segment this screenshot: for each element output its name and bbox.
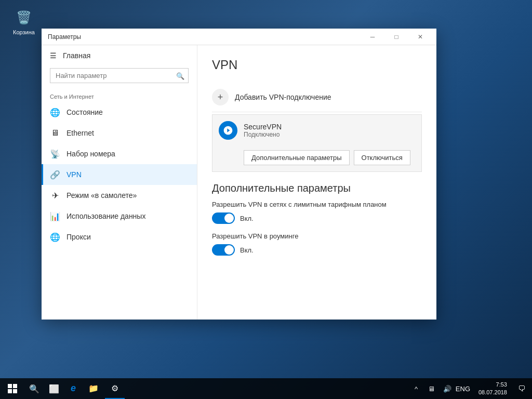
metered-setting-label: Разрешить VPN в сетях с лимитным тарифны… — [212, 201, 422, 208]
sidebar-item-airplane[interactable]: ✈ Режим «в самолете» — [42, 185, 197, 206]
recycle-bin-label: Корзина — [13, 29, 35, 35]
network-icon: 🖥 — [428, 385, 435, 393]
system-tray: ^ 🖥 🔊 ENG — [405, 378, 474, 399]
disconnect-button[interactable]: Отключиться — [354, 150, 410, 165]
chevron-up-icon: ^ — [415, 385, 418, 393]
status-icon: 🌐 — [50, 107, 60, 117]
tray-network-icon[interactable]: 🖥 — [424, 378, 439, 399]
window-body: ☰ Главная 🔍 Сеть и Интернет 🌐 Состояние … — [42, 45, 436, 320]
sidebar-section-title: Сеть и Интернет — [42, 89, 197, 102]
add-vpn-button[interactable]: + Добавить VPN-подключение — [212, 83, 422, 112]
search-icon: 🔍 — [176, 72, 184, 79]
advanced-settings-button[interactable]: Дополнительные параметры — [244, 150, 350, 165]
tray-volume-icon[interactable]: 🔊 — [440, 378, 455, 399]
maximize-button[interactable]: □ — [384, 29, 408, 45]
data-usage-icon: 📊 — [50, 211, 60, 221]
sidebar-item-proxy[interactable]: 🌐 Прокси — [42, 227, 197, 247]
vpn-connection-info: SecureVPN Подключено — [244, 123, 282, 138]
task-view-button[interactable]: ⬜ — [44, 378, 64, 399]
sidebar-item-data-label: Использование данных — [66, 212, 145, 220]
vpn-status: Подключено — [244, 131, 282, 138]
taskbar-edge-button[interactable]: e — [64, 378, 82, 399]
taskbar-settings-button[interactable]: ⚙ — [105, 378, 125, 399]
sidebar-item-ethernet-label: Ethernet — [66, 129, 94, 137]
settings-window: Параметры ─ □ ✕ ☰ Главная 🔍 — [42, 29, 436, 320]
notification-icon: 🗨 — [518, 384, 525, 393]
search-input[interactable] — [50, 68, 189, 83]
metered-setting-row: Разрешить VPN в сетях с лимитным тарифны… — [212, 201, 422, 224]
main-content: VPN + Добавить VPN-подключение — [197, 45, 436, 320]
page-title: VPN — [212, 58, 422, 72]
sidebar-item-airplane-label: Режим «в самолете» — [66, 191, 137, 200]
sidebar-item-home[interactable]: ☰ Главная — [42, 45, 197, 66]
search-taskbar-icon: 🔍 — [29, 384, 39, 394]
sidebar-item-status-label: Состояние — [66, 108, 103, 116]
close-button[interactable]: ✕ — [408, 29, 432, 45]
taskbar-explorer-button[interactable]: 📁 — [82, 378, 105, 399]
sidebar-search: 🔍 — [50, 68, 189, 83]
clock-date: 08.07.2018 — [478, 389, 507, 396]
vpn-connection-item: SecureVPN Подключено Дополнительные пара… — [212, 114, 422, 172]
taskbar-clock[interactable]: 7:53 08.07.2018 — [474, 378, 511, 399]
sidebar-item-ethernet[interactable]: 🖥 Ethernet — [42, 123, 197, 143]
metered-toggle-label: Вкл. — [240, 215, 254, 222]
vpn-connection-icon — [219, 121, 237, 140]
additional-settings-title: Дополнительные параметры — [212, 182, 422, 194]
airplane-icon: ✈ — [50, 190, 60, 201]
sidebar-item-status[interactable]: 🌐 Состояние — [42, 102, 197, 123]
recycle-bin-image: 🗑️ — [15, 8, 33, 27]
sidebar-item-vpn-label: VPN — [66, 170, 82, 179]
minimize-button[interactable]: ─ — [361, 29, 384, 45]
dialup-icon: 📡 — [50, 149, 60, 159]
sidebar-item-proxy-label: Прокси — [66, 233, 91, 241]
metered-toggle-row: Вкл. — [212, 212, 422, 224]
edge-icon: e — [71, 383, 76, 394]
titlebar: Параметры ─ □ ✕ — [42, 29, 436, 45]
tray-chevron[interactable]: ^ — [409, 378, 423, 399]
volume-icon: 🔊 — [443, 385, 451, 393]
desktop: 🗑️ Корзина Параметры ─ □ ✕ ☰ Главная — [0, 0, 532, 399]
windows-logo-icon — [8, 384, 17, 393]
ethernet-icon: 🖥 — [50, 128, 60, 138]
vpn-nav-icon: 🔗 — [50, 169, 60, 180]
metered-toggle[interactable] — [212, 212, 235, 224]
vpn-connection-header: SecureVPN Подключено — [212, 115, 421, 146]
lang-label: ENG — [456, 385, 470, 393]
settings-taskbar-icon: ⚙ — [111, 383, 118, 393]
window-title: Параметры — [48, 33, 81, 41]
roaming-toggle[interactable] — [212, 244, 235, 256]
vpn-action-buttons: Дополнительные параметры Отключиться — [212, 146, 421, 171]
home-icon: ☰ — [50, 51, 57, 60]
tray-lang-button[interactable]: ENG — [456, 378, 470, 399]
roaming-setting-row: Разрешить VPN в роуминге Вкл. — [212, 232, 422, 256]
start-button[interactable] — [0, 378, 25, 399]
sidebar-item-dialup-label: Набор номера — [66, 150, 115, 158]
sidebar-home-label: Главная — [63, 51, 90, 60]
taskbar-search-button[interactable]: 🔍 — [25, 378, 44, 399]
notification-center-button[interactable]: 🗨 — [511, 378, 532, 399]
sidebar-item-dialup[interactable]: 📡 Набор номера — [42, 143, 197, 164]
roaming-toggle-label: Вкл. — [240, 246, 254, 254]
vpn-name: SecureVPN — [244, 123, 282, 131]
recycle-bin-icon[interactable]: 🗑️ Корзина — [8, 8, 39, 35]
add-circle-icon: + — [212, 89, 229, 105]
sidebar-item-vpn[interactable]: 🔗 VPN — [42, 164, 197, 185]
add-vpn-label: Добавить VPN-подключение — [235, 93, 331, 101]
task-view-icon: ⬜ — [49, 384, 59, 394]
sidebar-item-data-usage[interactable]: 📊 Использование данных — [42, 206, 197, 227]
roaming-toggle-row: Вкл. — [212, 244, 422, 256]
explorer-icon: 📁 — [88, 383, 99, 393]
roaming-setting-label: Разрешить VPN в роуминге — [212, 232, 422, 240]
taskbar: 🔍 ⬜ e 📁 ⚙ ^ 🖥 🔊 ENG — [0, 378, 532, 399]
clock-time: 7:53 — [496, 381, 507, 389]
sidebar: ☰ Главная 🔍 Сеть и Интернет 🌐 Состояние … — [42, 45, 197, 320]
proxy-icon: 🌐 — [50, 232, 60, 242]
titlebar-controls: ─ □ ✕ — [361, 29, 432, 45]
